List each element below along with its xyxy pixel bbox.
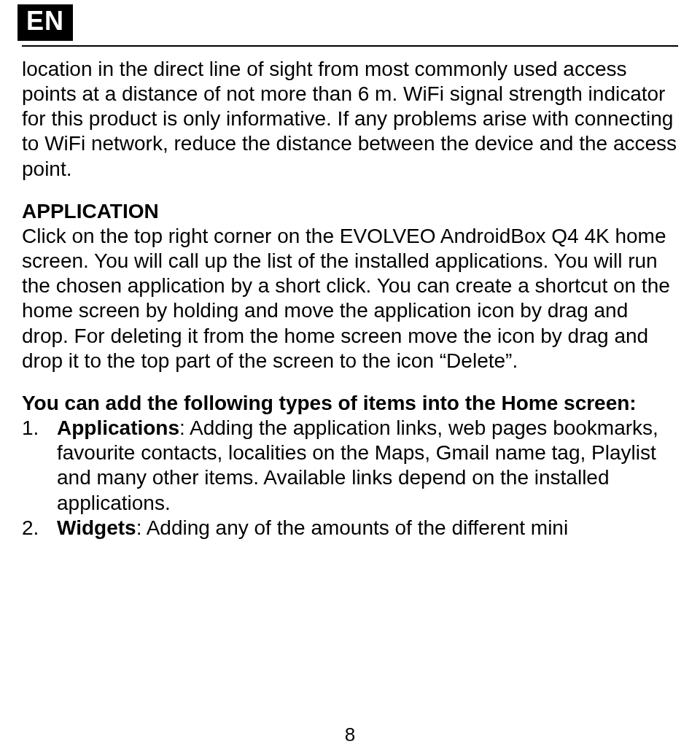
top-divider [22,45,678,47]
paragraph-wifi: location in the direct line of sight fro… [22,57,678,182]
list-item: Applications: Adding the application lin… [22,416,678,516]
subhead-home-items: You can add the following types of items… [22,391,678,416]
page-number: 8 [0,724,700,746]
language-badge: EN [18,4,73,41]
section-title-application: APPLICATION [22,199,678,224]
paragraph-application: Click on the top right corner on the EVO… [22,225,670,372]
list-item: Widgets: Adding any of the amounts of th… [22,516,678,540]
list-item-label: Widgets [57,516,136,539]
list-item-text: : Adding any of the amounts of the diffe… [136,516,569,539]
list-item-label: Applications [57,416,179,439]
home-items-list: Applications: Adding the application lin… [22,416,678,540]
